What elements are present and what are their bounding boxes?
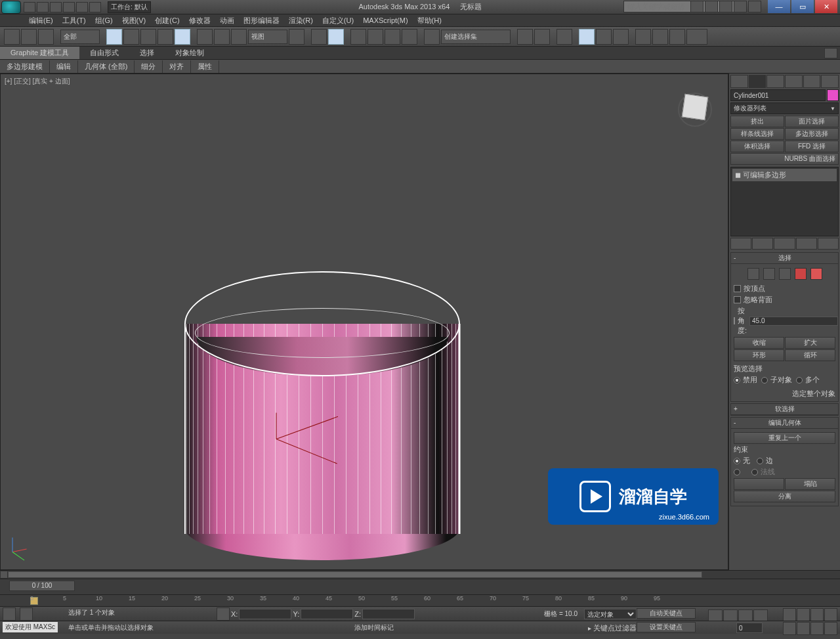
coord-z-field[interactable] [362, 609, 415, 619]
ring-button[interactable]: 环形 [734, 349, 784, 361]
volume-select-button[interactable]: 体积选择 [730, 141, 784, 152]
render-button[interactable] [669, 29, 685, 45]
setkey-button[interactable]: 设置关键点 [637, 622, 696, 632]
ffd-select-button[interactable]: FFD 选择 [785, 141, 839, 152]
viewport-scrollbar[interactable] [0, 570, 840, 579]
exchange-icon[interactable] [719, 1, 732, 12]
subobj-element-icon[interactable] [810, 268, 822, 280]
viewport[interactable]: [+] [正交] [真实 + 边面] 溜溜自学 zixue.3d66.com [0, 74, 728, 570]
menu-create[interactable]: 创建(C) [155, 16, 179, 26]
named-selection-dropdown[interactable]: 创建选择集 [441, 30, 511, 44]
object-color-swatch[interactable] [827, 89, 839, 101]
edit-named-sel-button[interactable] [424, 29, 440, 45]
minimize-button[interactable]: — [768, 0, 790, 13]
viewport-label[interactable]: [+] [正交] [真实 + 边面] [5, 77, 70, 86]
constraint-edge-radio[interactable] [757, 458, 763, 464]
preview-off-radio[interactable] [734, 377, 740, 384]
snap-2d-button[interactable] [350, 29, 366, 45]
material-editor-button[interactable] [613, 29, 629, 45]
subobj-edge-icon[interactable] [763, 268, 775, 280]
menu-render[interactable]: 渲染(R) [289, 16, 313, 26]
rollout-editgeom-header[interactable]: 编辑几何体 [731, 418, 838, 429]
menu-view[interactable]: 视图(V) [122, 16, 146, 26]
remove-modifier-icon[interactable] [796, 238, 817, 250]
extrude-button[interactable]: 挤出 [730, 116, 784, 127]
move-button[interactable] [197, 29, 213, 45]
maximize-button[interactable]: ▭ [791, 0, 814, 13]
subscription-icon[interactable] [705, 1, 718, 12]
face-select-button[interactable]: 面片选择 [785, 116, 839, 127]
tab-modify-icon[interactable] [749, 75, 766, 88]
ribbon-tab-graphite[interactable]: Graphite 建模工具 [0, 47, 79, 59]
menu-help[interactable]: 帮助(H) [417, 16, 442, 26]
ribbon-sub-subdiv[interactable]: 细分 [135, 60, 163, 73]
subobj-polygon-icon[interactable] [795, 268, 807, 280]
preview-subobj-radio[interactable] [761, 377, 768, 384]
add-time-tag[interactable]: 添加时间标记 [354, 623, 394, 632]
search-go-icon[interactable] [690, 1, 704, 12]
keyboard-shortcut-button[interactable] [328, 29, 344, 45]
nav-walk-icon[interactable] [797, 622, 810, 635]
poly-select-button[interactable]: 多边形选择 [785, 128, 839, 140]
configure-sets-icon[interactable] [818, 238, 839, 250]
ribbon-sub-edit[interactable]: 编辑 [50, 60, 78, 73]
render-setup-button[interactable] [635, 29, 651, 45]
grow-button[interactable]: 扩大 [785, 337, 835, 349]
tab-motion-icon[interactable] [785, 75, 803, 88]
make-unique-icon[interactable] [774, 238, 795, 250]
schematic-view-button[interactable] [596, 29, 612, 45]
nav-orbit-icon[interactable] [783, 622, 796, 635]
nurbs-select-button[interactable]: NURBS 曲面选择 [730, 153, 839, 165]
render-production-button[interactable] [686, 29, 707, 45]
key-target-dropdown[interactable]: 选定对象 [584, 609, 637, 619]
rollout-soft-header[interactable]: 软选择 [731, 404, 838, 415]
menu-animation[interactable]: 动画 [220, 16, 234, 26]
redo-button[interactable] [21, 29, 37, 45]
refcoord-dropdown[interactable]: 视图 [248, 30, 287, 44]
ignore-backfacing-checkbox[interactable] [734, 296, 741, 303]
curve-editor-button[interactable] [579, 29, 595, 45]
maxscript-listener[interactable]: 欢迎使用 MAXSc [3, 622, 58, 632]
open-icon[interactable] [37, 2, 49, 12]
selection-filter-dropdown[interactable]: 全部 [60, 30, 100, 44]
by-vertex-checkbox[interactable] [734, 285, 741, 292]
constraint-none-radio[interactable] [734, 458, 740, 464]
menu-modifiers[interactable]: 修改器 [189, 16, 211, 26]
spline-select-button[interactable]: 样条线选择 [730, 128, 784, 140]
ribbon-sub-align[interactable]: 对齐 [163, 60, 191, 73]
menu-grapheditors[interactable]: 图形编辑器 [243, 16, 280, 26]
menu-customize[interactable]: 自定义(U) [322, 16, 354, 26]
link-icon[interactable] [89, 2, 101, 12]
tab-create-icon[interactable] [730, 75, 748, 88]
subobj-border-icon[interactable] [779, 268, 791, 280]
ribbon-toggle-icon[interactable] [824, 48, 837, 58]
stack-item-editable-poly[interactable]: ◼ 可编辑多边形 [732, 169, 837, 181]
rollout-selection-header[interactable]: 选择 [731, 253, 838, 264]
detach-button[interactable]: 分离 [734, 491, 835, 502]
ribbon-sub-polymodel[interactable]: 多边形建模 [0, 60, 50, 73]
repeat-last-button[interactable]: 重复上一个 [734, 432, 835, 444]
viewcube[interactable] [675, 87, 715, 127]
coord-y-field[interactable] [301, 609, 353, 619]
layers-button[interactable] [556, 29, 572, 45]
nav-zoomext-icon[interactable] [824, 608, 837, 621]
workspace-dropdown[interactable]: 工作台: 默认 [108, 1, 151, 13]
lock-selection-icon[interactable] [20, 607, 33, 621]
subobj-vertex-icon[interactable] [747, 268, 759, 280]
ribbon-tab-freeform[interactable]: 自由形式 [79, 47, 129, 59]
object-name-field[interactable] [730, 89, 826, 101]
save-icon[interactable] [50, 2, 62, 12]
modifier-stack[interactable]: ◼ 可编辑多边形 [730, 167, 839, 236]
close-button[interactable]: ✕ [815, 0, 837, 13]
nav-fov-icon[interactable] [810, 608, 824, 621]
select-region-button[interactable] [140, 29, 156, 45]
time-slider[interactable]: 0 / 100 [0, 579, 840, 594]
key-filters-button[interactable]: ▸ 关键点过滤器 [588, 623, 637, 633]
nav-zoom-icon[interactable] [797, 608, 810, 621]
loop-button[interactable]: 循环 [785, 349, 835, 361]
pin-stack-icon[interactable] [730, 238, 751, 250]
lock-icon[interactable] [217, 607, 230, 621]
redo-icon[interactable] [76, 2, 88, 12]
ribbon-sub-properties[interactable]: 属性 [191, 60, 219, 73]
modifier-list-dropdown[interactable]: 修改器列表 [730, 102, 839, 114]
